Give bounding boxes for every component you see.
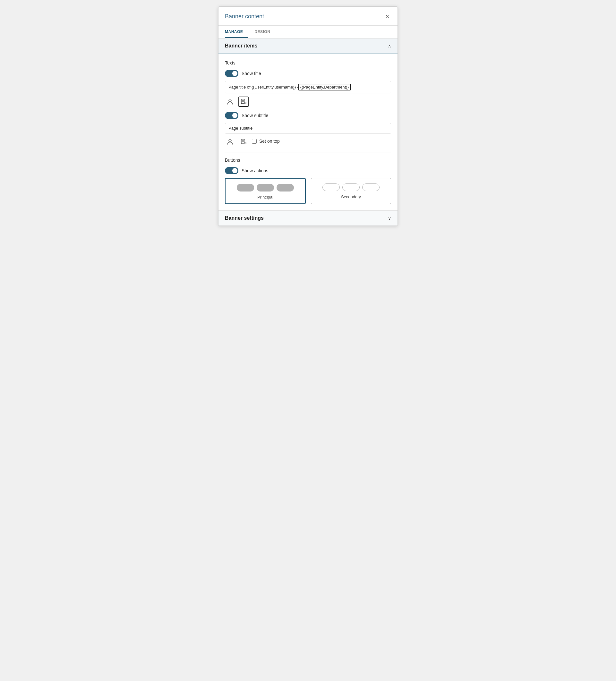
svg-point-5 <box>229 139 231 142</box>
panel-content: Texts Show title Page title of {{UserEnt… <box>219 54 397 210</box>
page-entity-icon[interactable] <box>238 97 249 107</box>
banner-content-panel: Banner content × MANAGE DESIGN Banner it… <box>218 6 398 226</box>
secondary-btn-3 <box>362 183 379 191</box>
banner-items-header[interactable]: Banner items ∧ <box>219 39 397 54</box>
tab-manage[interactable]: MANAGE <box>225 26 248 38</box>
principal-btn-2 <box>257 184 274 192</box>
set-on-top-row: Set on top <box>252 138 280 144</box>
button-card-secondary[interactable]: Secondary <box>311 178 391 204</box>
person-icon[interactable] <box>225 97 235 107</box>
principal-btn-1 <box>237 184 254 192</box>
principal-label: Principal <box>257 195 273 200</box>
subtitle-icon-row: Set on top <box>225 137 391 147</box>
show-subtitle-label: Show subtitle <box>242 113 268 118</box>
panel-title: Banner content <box>225 13 264 20</box>
banner-items-title: Banner items <box>225 43 257 49</box>
show-actions-toggle[interactable] <box>225 167 238 174</box>
banner-settings-title: Banner settings <box>225 215 264 221</box>
title-icon-row <box>225 97 391 107</box>
subtitle-page-icon[interactable] <box>238 137 249 147</box>
principal-btn-3 <box>276 184 294 192</box>
show-actions-slider <box>225 167 238 174</box>
subtitle-input-wrapper[interactable]: Page subtitle <box>225 123 391 133</box>
banner-settings-header[interactable]: Banner settings ∨ <box>219 210 397 226</box>
show-actions-row: Show actions <box>225 167 391 174</box>
show-title-toggle[interactable] <box>225 70 238 77</box>
principal-buttons <box>237 184 294 192</box>
title-input-highlighted[interactable]: {{PageEntity.Department}} <box>298 84 351 91</box>
button-card-principal[interactable]: Principal <box>225 178 306 204</box>
title-input-prefix: Page title of {{UserEntity.username}} - <box>228 85 298 90</box>
show-title-slider <box>225 70 238 77</box>
set-on-top-checkbox[interactable] <box>252 139 257 144</box>
close-button[interactable]: × <box>384 12 391 20</box>
show-actions-label: Show actions <box>242 168 268 173</box>
buttons-label: Buttons <box>225 157 391 162</box>
secondary-btn-2 <box>342 183 360 191</box>
show-subtitle-row: Show subtitle <box>225 112 391 119</box>
divider-1 <box>225 152 391 152</box>
subtitle-person-icon[interactable] <box>225 137 235 147</box>
show-subtitle-toggle[interactable] <box>225 112 238 119</box>
secondary-btn-1 <box>322 183 340 191</box>
secondary-label: Secondary <box>341 194 361 199</box>
tab-design[interactable]: DESIGN <box>254 26 275 38</box>
set-on-top-label: Set on top <box>259 138 280 144</box>
show-subtitle-slider <box>225 112 238 119</box>
button-cards-container: Principal Secondary <box>225 178 391 204</box>
subtitle-input-value: Page subtitle <box>228 126 252 130</box>
tabs-container: MANAGE DESIGN <box>219 26 397 39</box>
secondary-buttons <box>322 183 379 191</box>
banner-settings-chevron[interactable]: ∨ <box>388 216 391 221</box>
svg-point-0 <box>229 99 231 102</box>
texts-label: Texts <box>225 60 391 66</box>
banner-items-chevron[interactable]: ∧ <box>388 43 391 48</box>
panel-header: Banner content × <box>219 7 397 26</box>
show-title-label: Show title <box>242 71 261 76</box>
buttons-section: Buttons Show actions Prin <box>225 157 391 204</box>
title-input-wrapper[interactable]: Page title of {{UserEntity.username}} - … <box>225 81 391 93</box>
show-title-row: Show title <box>225 70 391 77</box>
